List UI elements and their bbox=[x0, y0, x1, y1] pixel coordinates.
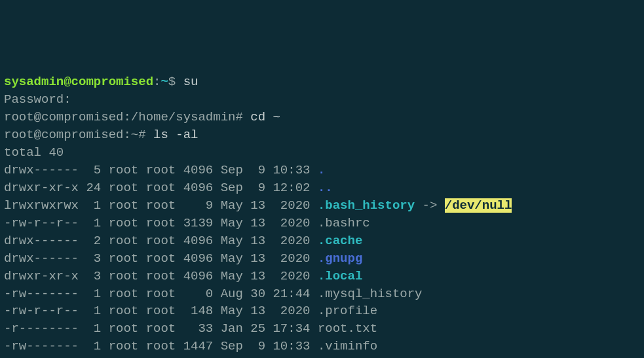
ls-row: -rw-r--r-- 1 root root 3139 May 13 2020 … bbox=[4, 215, 640, 232]
ls-row: drwx------ 5 root root 4096 Sep 9 10:33 … bbox=[4, 162, 640, 179]
symlink-arrow: -> bbox=[415, 198, 445, 213]
file-meta: -rw------- 1 root root 1447 Sep 9 10:33 bbox=[4, 339, 318, 353]
command-cd: cd ~ bbox=[250, 110, 280, 124]
terminal-output[interactable]: sysadmin@compromised:~$ suPassword:root@… bbox=[4, 73, 640, 358]
ls-row: lrwxrwxrwx 1 root root 9 May 13 2020 .ba… bbox=[4, 197, 640, 215]
file-meta: -rw-r--r-- 1 root root 148 May 13 2020 bbox=[4, 304, 318, 318]
ls-row: -rw-r--r-- 1 root root 148 May 13 2020 .… bbox=[4, 302, 640, 320]
file-name: .local bbox=[318, 269, 362, 283]
prompt-line-cd: root@compromised:/home/sysadmin# cd ~ bbox=[4, 109, 640, 126]
total-text: total 40 bbox=[4, 145, 64, 160]
file-name: .. bbox=[318, 181, 333, 195]
file-name: . bbox=[318, 163, 325, 177]
ls-row: drwxr-xr-x 24 root root 4096 Sep 9 12:02… bbox=[4, 179, 640, 197]
ls-row: drwx------ 2 root root 4096 May 13 2020 … bbox=[4, 232, 640, 250]
password-line: Password: bbox=[4, 91, 640, 109]
password-label: Password: bbox=[4, 92, 71, 107]
file-meta: drwx------ 3 root root 4096 May 13 2020 bbox=[4, 251, 318, 266]
file-name: .profile bbox=[318, 304, 377, 318]
prompt-line-su: sysadmin@compromised:~$ su bbox=[4, 73, 640, 91]
symlink-target: /dev/null bbox=[445, 198, 512, 213]
prompt-root: root@compromised:/home/sysadmin# bbox=[4, 110, 250, 124]
file-meta: drwx------ 2 root root 4096 May 13 2020 bbox=[4, 234, 318, 248]
command-ls: ls -al bbox=[153, 128, 198, 142]
file-name: .gnupg bbox=[318, 251, 362, 266]
file-name: .mysql_history bbox=[318, 287, 423, 301]
file-meta: drwxr-xr-x 24 root root 4096 Sep 9 12:02 bbox=[4, 181, 318, 195]
ls-row: -rw------- 1 root root 0 Aug 30 21:44 .m… bbox=[4, 285, 640, 303]
ls-row: -rw------- 1 root root 1447 Sep 9 10:33 … bbox=[4, 338, 640, 355]
prompt-colon: : bbox=[153, 75, 161, 89]
file-name: .cache bbox=[318, 234, 362, 248]
prompt-path: ~ bbox=[161, 75, 168, 89]
file-name: .bashrc bbox=[318, 216, 370, 230]
file-name: .bash_history bbox=[318, 198, 415, 213]
file-name: .viminfo bbox=[318, 339, 377, 353]
file-meta: lrwxrwxrwx 1 root root 9 May 13 2020 bbox=[4, 198, 318, 213]
ls-row: -rw-r--r-- 1 root root 291 May 27 2020 .… bbox=[4, 355, 640, 358]
file-name: root.txt bbox=[318, 321, 377, 336]
ls-row: drwxr-xr-x 3 root root 4096 May 13 2020 … bbox=[4, 268, 640, 285]
prompt-line-ls: root@compromised:~# ls -al bbox=[4, 126, 640, 144]
prompt-root: root@compromised:~# bbox=[4, 128, 153, 142]
prompt-user: sysadmin@compromised bbox=[4, 75, 153, 89]
ls-total: total 40 bbox=[4, 144, 640, 162]
file-meta: -r-------- 1 root root 33 Jan 25 17:34 bbox=[4, 321, 318, 336]
file-meta: -rw------- 1 root root 0 Aug 30 21:44 bbox=[4, 287, 318, 301]
file-meta: drwxr-xr-x 3 root root 4096 May 13 2020 bbox=[4, 269, 318, 283]
file-meta: -rw-r--r-- 1 root root 3139 May 13 2020 bbox=[4, 216, 318, 230]
ls-row: -r-------- 1 root root 33 Jan 25 17:34 r… bbox=[4, 320, 640, 338]
command-su: su bbox=[183, 75, 199, 89]
file-meta: drwx------ 5 root root 4096 Sep 9 10:33 bbox=[4, 163, 318, 177]
ls-row: drwx------ 3 root root 4096 May 13 2020 … bbox=[4, 250, 640, 268]
prompt-dollar: $ bbox=[168, 75, 183, 89]
